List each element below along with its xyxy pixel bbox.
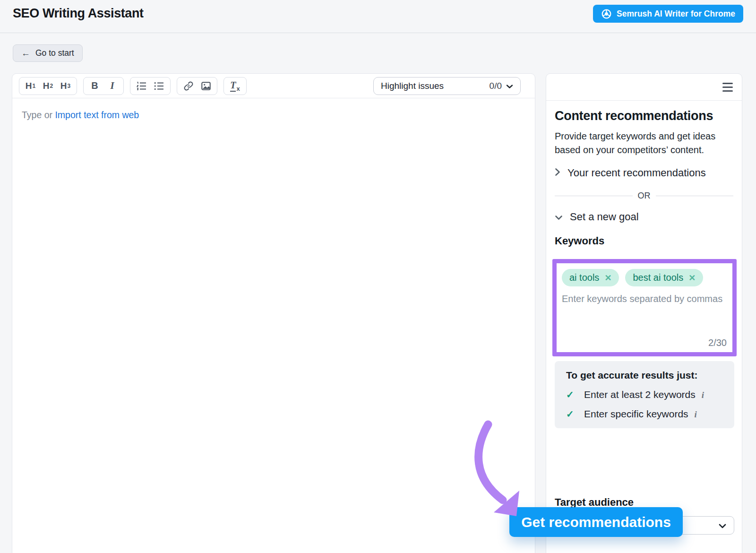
accuracy-tips-title: To get accurate results just: xyxy=(566,370,723,381)
app-header: SEO Writing Assistant Semrush AI Writer … xyxy=(0,0,756,33)
check-icon: ✓ xyxy=(566,408,584,420)
or-divider: OR xyxy=(555,191,733,201)
heading2-button[interactable]: H2 xyxy=(39,79,57,93)
list-button-group xyxy=(130,77,171,95)
go-to-start-label: Go to start xyxy=(35,48,74,58)
content-recommendations-heading: Content recommendations xyxy=(555,109,733,123)
bullet-list-icon xyxy=(154,81,164,91)
panel-header xyxy=(546,74,742,101)
keyword-tag-label: ai tools xyxy=(569,272,599,283)
highlight-issues-label: Highlight issues xyxy=(381,81,444,91)
recent-recommendations-link[interactable]: Your recent recommendations xyxy=(555,167,733,179)
keyword-tag-label: best ai tools xyxy=(633,272,683,283)
seo-writing-assistant-app: SEO Writing Assistant Semrush AI Writer … xyxy=(0,0,756,553)
set-new-goal-label: Set a new goal xyxy=(570,211,639,223)
chrome-icon xyxy=(601,9,612,19)
keyword-tag: best ai tools ✕ xyxy=(625,269,703,286)
remove-keyword-button[interactable]: ✕ xyxy=(688,274,696,282)
image-icon xyxy=(201,81,211,91)
editor-panel: H1 H2 H3 B I xyxy=(12,73,535,553)
highlight-issues-dropdown[interactable]: Highlight issues 0/0 xyxy=(373,77,521,95)
chrome-extension-button[interactable]: Semrush AI Writer for Chrome xyxy=(593,5,743,23)
set-new-goal-toggle[interactable]: Set a new goal xyxy=(555,211,733,223)
insert-link-button[interactable] xyxy=(180,79,197,93)
insert-image-button[interactable] xyxy=(197,79,215,93)
chevron-down-icon xyxy=(555,211,563,223)
heading1-button[interactable]: H1 xyxy=(22,79,39,93)
ordered-list-icon xyxy=(136,81,147,91)
tip-item-label: Enter at least 2 keywords xyxy=(584,389,696,400)
heading-button-group: H1 H2 H3 xyxy=(19,77,77,95)
import-text-link[interactable]: Import text from web xyxy=(55,110,139,120)
italic-button[interactable]: I xyxy=(103,79,121,93)
back-arrow-icon: ← xyxy=(21,49,30,58)
tip-item-label: Enter specific keywords xyxy=(584,408,688,420)
bullet-list-button[interactable] xyxy=(150,79,168,93)
page-title: SEO Writing Assistant xyxy=(13,6,144,21)
keywords-input[interactable]: ai tools ✕ best ai tools ✕ Enter keyword… xyxy=(552,259,737,356)
editor-text-area[interactable]: Type or Import text from web xyxy=(12,98,535,132)
insert-button-group xyxy=(177,77,217,95)
clear-format-icon: Tx xyxy=(230,80,240,92)
clear-formatting-button[interactable]: Tx xyxy=(226,79,244,93)
panel-body: Content recommendations Provide target k… xyxy=(546,109,742,428)
accuracy-tips-box: To get accurate results just: ✓ Enter at… xyxy=(555,361,734,428)
go-to-start-button[interactable]: ← Go to start xyxy=(13,44,83,62)
chrome-extension-button-label: Semrush AI Writer for Chrome xyxy=(617,9,735,19)
editor-placeholder: Type or xyxy=(22,110,55,120)
keywords-counter: 2/30 xyxy=(708,337,727,348)
recent-recommendations-label: Your recent recommendations xyxy=(567,167,706,179)
keywords-label: Keywords xyxy=(555,235,733,247)
bold-button[interactable]: B xyxy=(86,79,103,93)
remove-keyword-button[interactable]: ✕ xyxy=(604,274,611,282)
menu-icon[interactable] xyxy=(722,82,733,92)
content-recommendations-description: Provide target keywords and get ideas ba… xyxy=(555,130,733,157)
keyword-tags: ai tools ✕ best ai tools ✕ xyxy=(562,269,727,286)
info-icon[interactable]: i xyxy=(702,390,704,400)
tip-item: ✓ Enter at least 2 keywords i xyxy=(566,389,723,400)
heading3-button[interactable]: H3 xyxy=(57,79,74,93)
text-style-button-group: B I xyxy=(83,77,124,95)
clear-format-button-group: Tx xyxy=(223,77,247,95)
editor-toolbar: H1 H2 H3 B I xyxy=(12,74,535,98)
tip-item: ✓ Enter specific keywords i xyxy=(566,408,723,420)
link-icon xyxy=(183,81,194,91)
or-label: OR xyxy=(638,191,651,201)
check-icon: ✓ xyxy=(566,389,584,400)
info-icon[interactable]: i xyxy=(695,409,697,420)
chevron-down-icon xyxy=(719,520,726,531)
recommendations-panel: Content recommendations Provide target k… xyxy=(546,73,742,553)
highlight-issues-count: 0/0 xyxy=(490,81,502,91)
keyword-tag: ai tools ✕ xyxy=(562,269,619,286)
ordered-list-button[interactable] xyxy=(133,79,150,93)
chevron-down-icon xyxy=(506,81,513,91)
get-recommendations-button[interactable]: Get recommendations xyxy=(509,507,683,537)
keywords-placeholder: Enter keywords separated by commas xyxy=(562,294,727,304)
chevron-right-icon xyxy=(555,167,560,179)
